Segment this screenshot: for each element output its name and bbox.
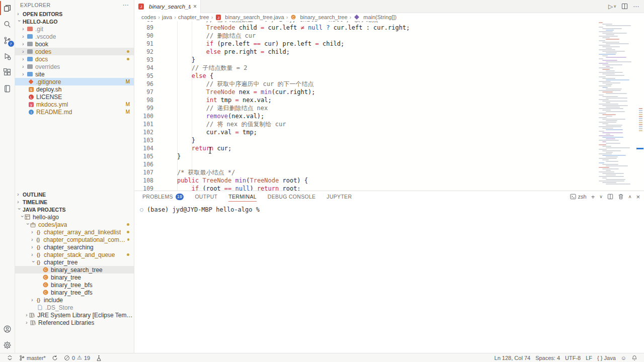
notebook-icon[interactable] (0, 80, 15, 97)
java-projects-section[interactable]: › JAVA PROJECTS (15, 206, 134, 213)
explorer-item--vscode[interactable]: › .vscode (15, 33, 134, 40)
explorer-item-deploy-sh[interactable]: $ deploy.sh (15, 85, 134, 93)
code-line-101[interactable]: 101 // 将 nex 的值复制给 cur (134, 120, 596, 128)
panel-tab-terminal[interactable]: TERMINAL (228, 191, 257, 202)
code-line-107[interactable]: 107 /* 获取最小结点 */ (134, 168, 596, 176)
code-line-98[interactable]: 98 int tmp = nex.val; (134, 96, 596, 104)
panel-tab-output[interactable]: OUTPUT (195, 191, 217, 202)
java-project-item--ds-store[interactable]: .DS_Store (15, 304, 134, 311)
code-line-96[interactable]: 96 // 获取中序遍历中 cur 的下一个结点 (134, 80, 596, 88)
timeline-section[interactable]: › TIMELINE (15, 198, 134, 206)
code-line-104[interactable]: 104 return cur; (134, 144, 596, 152)
maximize-panel-icon[interactable]: ∧ (628, 194, 632, 199)
source-control-icon[interactable]: 7 (0, 32, 15, 48)
explorer-icon[interactable] (0, 0, 15, 16)
panel-tab-debug-console[interactable]: DEBUG CONSOLE (268, 191, 316, 202)
remote-indicator[interactable] (4, 353, 16, 362)
java-project-item-hello-algo[interactable]: › hello-algo (15, 213, 134, 221)
java-project-item-binary-tree[interactable]: C binary_tree (15, 274, 134, 281)
terminal-dropdown-icon[interactable]: ∨ (599, 194, 603, 199)
extensions-icon[interactable] (0, 64, 15, 80)
explorer-item-site[interactable]: › site (15, 70, 134, 78)
minimap[interactable] (599, 22, 636, 191)
code-line-94[interactable]: 94 // 子结点数量 = 2 (134, 64, 596, 72)
java-project-item-codes-java[interactable]: › codes/java (15, 221, 134, 228)
tab-close-icon[interactable]: × (193, 3, 197, 10)
java-project-item-chapter-computational-complexity[interactable]: ›{} chapter_computational_complexity (15, 236, 134, 243)
tasks-status[interactable] (94, 353, 104, 362)
breadcrumb-item[interactable]: chapter_tree (178, 14, 209, 20)
terminal-shell-picker[interactable]: zsh (570, 194, 587, 200)
code-line-102[interactable]: 102 cur.val = tmp; (134, 128, 596, 136)
java-project-item-referenced-libraries[interactable]: › Referenced Libraries (15, 319, 134, 326)
java-project-item-binary-tree-bfs[interactable]: C binary_tree_bfs (15, 281, 134, 289)
explorer-item--git[interactable]: › .git (15, 25, 134, 33)
explorer-more-actions-icon[interactable]: ⋯ (123, 2, 129, 9)
sync-status[interactable] (49, 353, 60, 362)
run-button[interactable]: ▷ ∨ (608, 3, 616, 10)
breadcrumb-item[interactable]: codes (141, 14, 156, 20)
java-project-item-chapter-stack-and-queue[interactable]: ›{} chapter_stack_and_queue (15, 251, 134, 258)
java-project-item-binary-tree-dfs[interactable]: C binary_tree_dfs (15, 289, 134, 296)
java-project-item-jre-system-library-eclipse-temurin-17-17-[interactable]: › JRE System Library [Eclipse Temurin 17… (15, 311, 134, 319)
code-line-89[interactable]: 89 TreeNode child = cur.left ≠ null ? cu… (134, 24, 596, 32)
panel-tab-problems[interactable]: PROBLEMS19 (142, 191, 184, 202)
breadcrumb-item[interactable]: Jbinary_search_tree.java (215, 14, 284, 21)
explorer-item-codes[interactable]: › codes (15, 48, 134, 55)
code-line-109[interactable]: 109 if (root == null) return root; (134, 185, 596, 191)
code-line-93[interactable]: 93 } (134, 56, 596, 64)
new-terminal-icon[interactable]: + (591, 193, 595, 201)
code-line-91[interactable]: 91 if (pre.left == cur) pre.left = child… (134, 40, 596, 48)
kill-terminal-icon[interactable] (618, 194, 624, 200)
project-section-hello-algo[interactable]: › HELLO-ALGO (15, 18, 134, 25)
problems-status[interactable]: 0 ⚠ 19 (61, 353, 93, 362)
java-project-item-chapter-array-and-linkedlist[interactable]: ›{} chapter_array_and_linkedlist (15, 228, 134, 236)
explorer-item--gitignore[interactable]: .gitignore M (15, 78, 134, 85)
explorer-item-overrides[interactable]: › overrides (15, 63, 134, 70)
close-panel-icon[interactable]: × (636, 193, 640, 201)
feedback-smiley-icon[interactable]: ☺ (618, 353, 629, 362)
code-line-97[interactable]: 97 TreeNode nex = min(cur.right); (134, 88, 596, 96)
split-terminal-icon[interactable] (607, 194, 613, 200)
status-language-mode[interactable]: { } Java (595, 353, 618, 362)
panel-tab-jupyter[interactable]: JUPYTER (327, 191, 352, 202)
code-line-90[interactable]: 90 // 删除结点 cur (134, 32, 596, 40)
terminal[interactable]: (base) jyd@JYD-MBP hello-algo % (134, 202, 644, 353)
breadcrumb-item[interactable]: main(String[]) (353, 14, 396, 21)
code-line-92[interactable]: 92 else pre.right = child; (134, 48, 596, 56)
tab-binary-search-tree[interactable]: J binary_search_tree.java × (134, 0, 201, 13)
java-project-item-chapter-searching[interactable]: ›{} chapter_searching (15, 243, 134, 251)
outline-section[interactable]: › OUTLINE (15, 191, 134, 198)
notifications-bell-icon[interactable] (629, 353, 640, 362)
code-editor[interactable]: 88 // 当子结点数量 = 0 / 1 时, child = null / 该… (134, 21, 644, 191)
code-line-105[interactable]: 105 } (134, 152, 596, 160)
java-project-item-include[interactable]: ›{} include (15, 296, 134, 304)
settings-gear-icon[interactable] (0, 337, 15, 353)
more-actions-icon[interactable]: ⋯ (633, 3, 639, 10)
search-icon[interactable] (0, 16, 15, 32)
overview-ruler[interactable] (636, 21, 644, 191)
run-dropdown-icon[interactable]: ∨ (613, 4, 616, 9)
status-encoding[interactable]: UTF-8 (562, 353, 583, 362)
open-editors-section[interactable]: › OPEN EDITORS (15, 10, 134, 18)
code-line-106[interactable]: 106 (134, 160, 596, 168)
explorer-item-mkdocs-yml[interactable]: y mkdocs.yml M (15, 101, 134, 108)
explorer-item-readme-md[interactable]: i README.md M (15, 108, 134, 116)
code-line-99[interactable]: 99 // 递归删除结点 nex (134, 104, 596, 112)
status-indentation[interactable]: Spaces: 4 (533, 353, 562, 362)
git-branch-status[interactable]: master* (17, 353, 48, 362)
breadcrumb-item[interactable]: Cbinary_search_tree (290, 14, 347, 21)
explorer-item-docs[interactable]: › docs (15, 55, 134, 63)
account-icon[interactable] (0, 321, 15, 337)
code-line-95[interactable]: 95 else { (134, 72, 596, 80)
explorer-item-license[interactable]: L LICENSE (15, 93, 134, 101)
command-decoration-icon[interactable] (140, 208, 143, 212)
run-debug-icon[interactable] (0, 48, 15, 64)
split-editor-icon[interactable] (621, 3, 628, 10)
explorer-item-book[interactable]: › book (15, 40, 134, 48)
status-cursor-position[interactable]: Ln 128, Col 74 (492, 353, 533, 362)
status-eol[interactable]: LF (583, 353, 595, 362)
code-line-108[interactable]: 108 public TreeNode min(TreeNode root) { (134, 176, 596, 185)
breadcrumb-item[interactable]: java (162, 14, 172, 20)
java-project-item-binary-search-tree[interactable]: C binary_search_tree (15, 266, 134, 274)
